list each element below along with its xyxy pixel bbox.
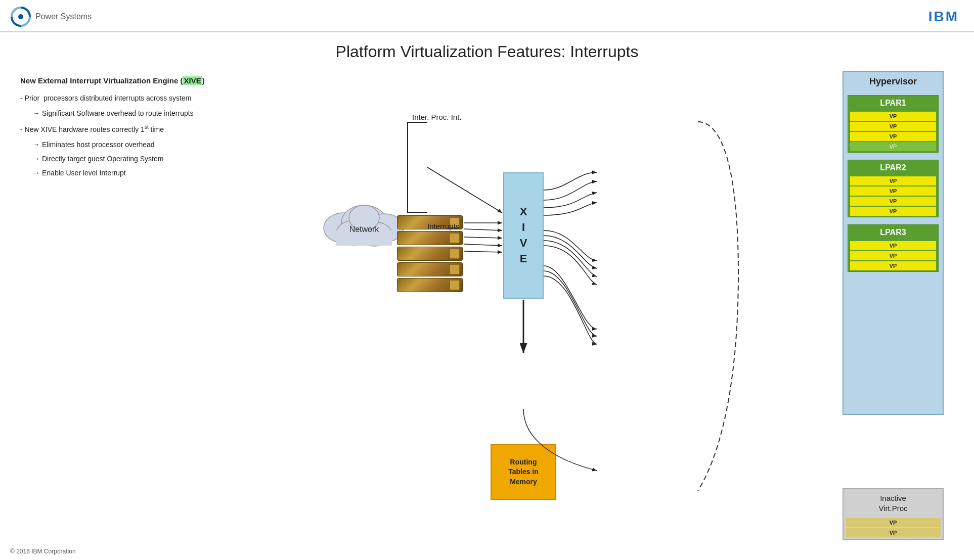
- diagram-area: Inter. Proc. Int. Network: [314, 71, 954, 560]
- copyright-text: © 2016 IBM Corporation: [10, 548, 76, 555]
- routing-tables-label: RoutingTables inMemory: [508, 457, 539, 487]
- left-panel: New External Interrupt Virtualization En…: [20, 66, 314, 560]
- lpar2-vp3: VP: [850, 197, 936, 206]
- slide-title: Platform Virtualization Features: Interr…: [0, 32, 974, 66]
- svg-text:Network: Network: [349, 225, 380, 234]
- power-systems-logo-icon: [10, 6, 31, 27]
- svg-point-1: [18, 14, 23, 19]
- svg-line-13: [464, 229, 502, 230]
- hypervisor-label: Hypervisor: [844, 72, 943, 91]
- lpar2-label: LPAR2: [848, 160, 938, 175]
- lpar1-vp4: VP: [850, 142, 936, 151]
- lpar2-vp4: VP: [850, 207, 936, 216]
- lpar3-vp2: VP: [850, 251, 936, 260]
- inactive-label: InactiveVirt.Proc: [844, 489, 943, 517]
- lpar1-vp2: VP: [850, 122, 936, 131]
- footer: © 2016 IBM Corporation: [10, 548, 76, 555]
- lpar2-box: LPAR2 VP VP VP VP: [848, 160, 939, 217]
- ibm-logo: IBM: [928, 9, 959, 25]
- nic-card-2: [397, 231, 463, 245]
- bullet-1-main: - Prior processors distributed interrupt…: [20, 91, 314, 105]
- logo-text: Power Systems: [35, 12, 92, 21]
- inactive-virt-proc-box: InactiveVirt.Proc VP VP: [843, 488, 944, 540]
- bullet-2-sub-3: → Enable User level Interrupt: [20, 166, 314, 180]
- bullet-1-sub-1: → Significant Software overhead to route…: [20, 106, 314, 120]
- lpar3-box: LPAR3 VP VP VP: [848, 224, 939, 272]
- bullet-2-sub-2: → Directly target guest Operating System: [20, 152, 314, 166]
- bullet-2-main: - New XIVE hardware routes correctly 1st…: [20, 122, 314, 136]
- hypervisor-box: Hypervisor LPAR1 VP VP VP VP LPAR2 VP VP…: [843, 71, 944, 415]
- lpar3-vp1: VP: [850, 241, 936, 250]
- interrupts-label: Interrupts: [427, 222, 459, 230]
- nic-card-5: [397, 278, 463, 292]
- inter-proc-int-label: Inter. Proc. Int.: [412, 113, 462, 121]
- inactive-vp2: VP: [846, 528, 941, 537]
- bullet-list: - Prior processors distributed interrupt…: [20, 91, 314, 180]
- xive-box: XIVE: [503, 172, 544, 299]
- inactive-vp1: VP: [846, 518, 941, 527]
- xive-highlight: XIVE: [183, 76, 202, 85]
- main-content: New External Interrupt Virtualization En…: [0, 66, 974, 560]
- lpar1-label: LPAR1: [848, 96, 938, 111]
- svg-line-14: [464, 237, 502, 238]
- logo-container: Power Systems: [10, 6, 92, 27]
- header: Power Systems IBM: [0, 0, 974, 32]
- svg-line-16: [464, 251, 502, 252]
- svg-line-15: [464, 244, 502, 246]
- xive-label: XIVE: [520, 204, 527, 266]
- svg-line-17: [427, 167, 502, 213]
- lpar3-label: LPAR3: [848, 225, 938, 240]
- lpar2-vp1: VP: [850, 176, 936, 185]
- lpar1-box: LPAR1 VP VP VP VP: [848, 95, 939, 153]
- section-title: New External Interrupt Virtualization En…: [20, 76, 314, 85]
- nic-card-3: [397, 247, 463, 261]
- routing-tables-box: RoutingTables inMemory: [491, 444, 556, 500]
- lpar1-vp3: VP: [850, 132, 936, 141]
- bullet-2-sub-1: → Eliminates host processor overhead: [20, 137, 314, 152]
- nic-card-4: [397, 262, 463, 276]
- bracket-top: [407, 122, 427, 123]
- lpar3-vp3: VP: [850, 261, 936, 270]
- lpar2-vp2: VP: [850, 186, 936, 196]
- lpar1-vp1: VP: [850, 112, 936, 121]
